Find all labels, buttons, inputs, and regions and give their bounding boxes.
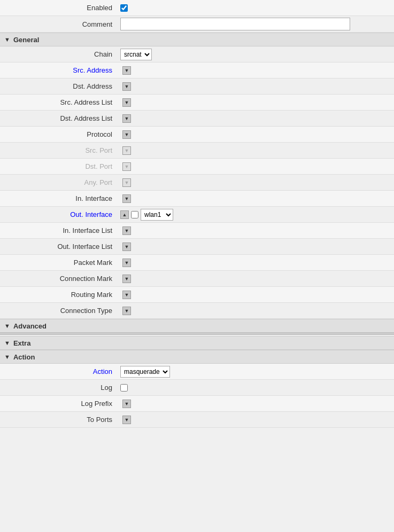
general-collapse-arrow: ▼ <box>4 36 10 43</box>
dst-address-label: Dst. Address <box>0 82 118 90</box>
enabled-row: Enabled <box>0 0 394 16</box>
src-address-control: ▼ <box>118 65 394 76</box>
enabled-control <box>118 3 394 13</box>
connection-mark-row: Connection Mark ▼ <box>0 271 394 287</box>
comment-label: Comment <box>0 20 118 28</box>
src-port-dropdown-arrow[interactable]: ▼ <box>122 146 131 155</box>
src-port-label: Src. Port <box>0 146 118 154</box>
out-interface-list-dropdown-arrow[interactable]: ▼ <box>122 242 131 251</box>
any-port-label: Any. Port <box>0 178 118 186</box>
connection-mark-label: Connection Mark <box>0 275 118 283</box>
in-interface-list-label: In. Interface List <box>0 226 118 234</box>
out-interface-select[interactable]: wlan1 ether1 ether2 <box>141 209 173 221</box>
protocol-dropdown-arrow[interactable]: ▼ <box>122 130 131 139</box>
dst-port-row: Dst. Port ▼ <box>0 159 394 175</box>
routing-mark-control: ▼ <box>118 289 394 301</box>
action-section-header[interactable]: ▼ Action <box>0 350 394 364</box>
in-interface-dropdown-arrow[interactable]: ▼ <box>122 194 131 203</box>
in-interface-list-row: In. Interface List ▼ <box>0 223 394 239</box>
extra-collapse-arrow: ▼ <box>4 340 10 346</box>
connection-mark-dropdown-arrow[interactable]: ▼ <box>122 275 131 283</box>
connection-mark-control: ▼ <box>118 273 394 285</box>
out-interface-label: Out. Interface <box>0 210 118 218</box>
any-port-control: ▼ <box>118 177 394 189</box>
log-prefix-dropdown-arrow[interactable]: ▼ <box>122 400 131 408</box>
out-interface-control: ▲ wlan1 ether1 ether2 <box>118 207 394 222</box>
to-ports-control: ▼ <box>118 414 394 426</box>
src-address-label: Src. Address <box>0 66 118 74</box>
routing-mark-label: Routing Mark <box>0 291 118 299</box>
dst-port-label: Dst. Port <box>0 162 118 170</box>
advanced-separator <box>0 333 394 335</box>
src-address-list-row: Src. Address List ▼ <box>0 95 394 111</box>
any-port-row: Any. Port ▼ <box>0 175 394 191</box>
enabled-label: Enabled <box>0 4 118 12</box>
out-interface-up-arrow[interactable]: ▲ <box>120 210 129 219</box>
connection-type-label: Connection Type <box>0 307 118 315</box>
chain-select[interactable]: srcnat dstnat <box>120 49 152 60</box>
in-interface-list-dropdown-arrow[interactable]: ▼ <box>122 226 131 235</box>
general-section-label: General <box>13 36 39 44</box>
general-section-header[interactable]: ▼ General <box>0 33 394 46</box>
action-select[interactable]: masquerade src-nat dst-nat netmap same p… <box>120 366 170 378</box>
protocol-label: Protocol <box>0 130 118 138</box>
advanced-section-label: Advanced <box>13 322 47 330</box>
packet-mark-dropdown-arrow[interactable]: ▼ <box>122 259 131 267</box>
out-interface-checkbox[interactable] <box>131 211 138 218</box>
connection-type-dropdown-arrow[interactable]: ▼ <box>122 307 131 315</box>
chain-row: Chain srcnat dstnat <box>0 46 394 62</box>
dst-port-dropdown-arrow[interactable]: ▼ <box>122 162 131 171</box>
enabled-checkbox[interactable] <box>120 4 128 12</box>
packet-mark-label: Packet Mark <box>0 259 118 267</box>
log-label: Log <box>0 384 118 392</box>
out-interface-list-row: Out. Interface List ▼ <box>0 239 394 255</box>
action-control: masquerade src-nat dst-nat netmap same p… <box>118 364 394 379</box>
log-checkbox[interactable] <box>120 384 128 392</box>
to-ports-label: To Ports <box>0 416 118 424</box>
action-label: Action <box>0 367 118 375</box>
advanced-collapse-arrow: ▼ <box>4 323 10 329</box>
chain-control: srcnat dstnat <box>118 47 394 62</box>
log-row: Log <box>0 380 394 396</box>
extra-section-header[interactable]: ▼ Extra <box>0 336 394 350</box>
src-address-dropdown-arrow[interactable]: ▼ <box>122 66 131 75</box>
src-port-control: ▼ <box>118 145 394 157</box>
log-prefix-control: ▼ <box>118 398 394 410</box>
packet-mark-control: ▼ <box>118 257 394 269</box>
src-address-list-label: Src. Address List <box>0 98 118 106</box>
src-address-row: Src. Address ▼ <box>0 62 394 79</box>
extra-section-label: Extra <box>13 339 31 347</box>
routing-mark-row: Routing Mark ▼ <box>0 287 394 303</box>
log-control <box>118 382 394 393</box>
out-interface-row: Out. Interface ▲ wlan1 ether1 ether2 <box>0 207 394 223</box>
advanced-section-header[interactable]: ▼ Advanced <box>0 319 394 333</box>
action-section-label: Action <box>13 353 35 361</box>
out-interface-list-control: ▼ <box>118 241 394 253</box>
in-interface-label: In. Interface <box>0 194 118 202</box>
in-interface-row: In. Interface ▼ <box>0 191 394 207</box>
any-port-dropdown-arrow[interactable]: ▼ <box>122 178 131 187</box>
dst-address-dropdown-arrow[interactable]: ▼ <box>122 82 131 91</box>
dst-address-list-label: Dst. Address List <box>0 114 118 122</box>
dst-port-control: ▼ <box>118 161 394 173</box>
comment-input[interactable] <box>120 18 350 30</box>
action-row: Action masquerade src-nat dst-nat netmap… <box>0 364 394 380</box>
connection-type-row: Connection Type ▼ <box>0 303 394 319</box>
src-address-list-control: ▼ <box>118 97 394 108</box>
dst-address-list-row: Dst. Address List ▼ <box>0 111 394 127</box>
action-collapse-arrow: ▼ <box>4 354 10 360</box>
protocol-row: Protocol ▼ <box>0 127 394 143</box>
to-ports-dropdown-arrow[interactable]: ▼ <box>122 416 131 424</box>
form-container: Enabled Comment ▼ General Chain srcnat d… <box>0 0 394 428</box>
comment-row: Comment <box>0 16 394 33</box>
routing-mark-dropdown-arrow[interactable]: ▼ <box>122 291 131 299</box>
comment-control <box>118 16 394 32</box>
dst-address-control: ▼ <box>118 81 394 92</box>
chain-label: Chain <box>0 50 118 58</box>
src-port-row: Src. Port ▼ <box>0 143 394 159</box>
dst-address-list-dropdown-arrow[interactable]: ▼ <box>122 114 131 123</box>
log-prefix-row: Log Prefix ▼ <box>0 396 394 412</box>
to-ports-row: To Ports ▼ <box>0 412 394 428</box>
dst-address-row: Dst. Address ▼ <box>0 79 394 95</box>
src-address-list-dropdown-arrow[interactable]: ▼ <box>122 98 131 107</box>
